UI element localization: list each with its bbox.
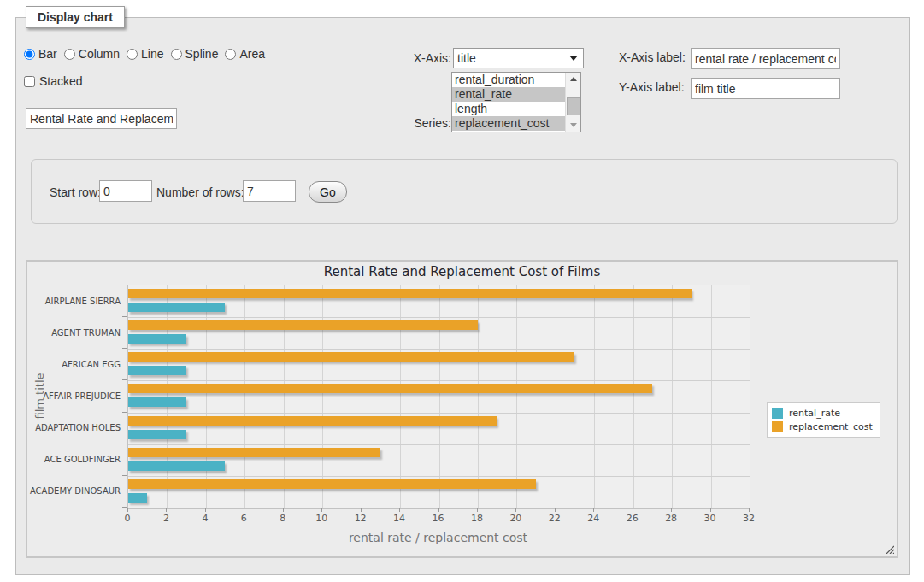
grid-line-v — [167, 285, 168, 508]
x-tick-mark — [205, 508, 206, 512]
x-axis-label-input[interactable] — [691, 48, 840, 69]
stacked-checkbox[interactable] — [24, 76, 35, 87]
bar-replacement_cost — [128, 289, 692, 298]
chart-type-radio-group: BarColumnLineSplineArea — [24, 47, 265, 61]
legend-item-replacement_cost: replacement_cost — [772, 420, 873, 433]
stacked-row: Stacked — [24, 74, 83, 88]
bar-replacement_cost — [128, 416, 497, 426]
bar-replacement_cost — [128, 479, 536, 489]
y-tick-mark — [122, 475, 127, 476]
x-tick-label: 22 — [542, 513, 568, 524]
x-tick-mark — [399, 508, 400, 512]
legend-label: replacement_cost — [789, 421, 873, 432]
x-tick-label: 10 — [309, 513, 334, 524]
x-tick-mark — [593, 508, 594, 512]
x-tick-label: 8 — [270, 513, 296, 524]
y-tick-mark — [122, 285, 127, 285]
chart-title-input[interactable] — [26, 108, 177, 129]
chart-type-label: Column — [79, 47, 120, 61]
chart-type-radio-line[interactable] — [127, 49, 138, 60]
grid-line-h — [128, 413, 750, 414]
category-label: ACADEMY DINOSAUR — [26, 486, 121, 496]
chart-type-label: Spline — [185, 47, 219, 61]
chart-type-option-line: Line — [127, 47, 163, 61]
x-tick-label: 30 — [697, 513, 723, 524]
x-tick-label: 28 — [658, 513, 684, 524]
chart-type-radio-spline[interactable] — [171, 49, 182, 60]
x-tick-mark — [166, 508, 167, 512]
x-tick-label: 32 — [736, 513, 762, 524]
start-row-input[interactable] — [99, 180, 152, 202]
y-axis-label-input[interactable] — [691, 78, 840, 99]
series-options: rental_durationrental_ratelengthreplacem… — [452, 73, 580, 131]
x-tick-label: 12 — [348, 513, 374, 524]
x-tick-mark — [127, 508, 128, 512]
x-axis-select-label: X-Axis: — [391, 51, 451, 65]
series-option-length[interactable]: length — [452, 102, 568, 116]
chart-container: Rental Rate and Replacement Cost of Film… — [26, 260, 898, 558]
chart-type-radio-column[interactable] — [64, 49, 75, 60]
panel-title: Display chart — [26, 6, 125, 28]
grid-line-v — [594, 285, 595, 508]
x-tick-label: 24 — [580, 513, 606, 524]
grid-line-v — [672, 285, 673, 508]
start-row-label: Start row: — [50, 185, 101, 199]
bar-rental_rate — [128, 366, 186, 375]
y-tick-mark — [122, 444, 127, 444]
x-tick-mark — [244, 508, 244, 512]
bar-rental_rate — [128, 334, 186, 344]
y-tick-mark — [122, 348, 127, 349]
grid-line-v — [322, 285, 323, 508]
legend-swatch — [772, 421, 783, 432]
x-axis-select[interactable]: title — [453, 48, 584, 68]
x-tick-mark — [321, 508, 322, 512]
series-option-replacement_cost[interactable]: replacement_cost — [452, 116, 568, 131]
scrollbar-thumb[interactable] — [567, 97, 580, 115]
grid-line-v — [633, 285, 634, 508]
chart-type-label: Line — [141, 47, 163, 61]
x-tick-label: 20 — [503, 513, 528, 524]
chart-legend: rental_ratereplacement_cost — [767, 402, 880, 438]
x-tick-mark — [283, 508, 284, 512]
x-tick-mark — [361, 508, 362, 512]
x-tick-mark — [749, 508, 750, 512]
chart-type-radio-bar[interactable] — [24, 49, 35, 60]
bar-rental_rate — [128, 430, 186, 439]
series-scrollbar[interactable] — [565, 73, 580, 132]
num-rows-input[interactable] — [243, 180, 296, 202]
category-label: ACE GOLDFINGER — [26, 455, 121, 464]
go-button[interactable]: Go — [309, 181, 347, 203]
bar-replacement_cost — [128, 352, 574, 362]
chart-title: Rental Rate and Replacement Cost of Film… — [27, 264, 897, 279]
x-tick-label: 4 — [192, 513, 218, 524]
scrollbar-up-button[interactable] — [566, 73, 580, 85]
chart-type-option-area: Area — [225, 47, 265, 61]
category-label: AIRPLANE SIERRA — [26, 297, 121, 306]
series-option-rental_rate[interactable]: rental_rate — [452, 87, 568, 102]
scrollbar-up-icon — [570, 77, 577, 81]
grid-line-v — [516, 285, 517, 508]
app-canvas: Display chart BarColumnLineSplineArea St… — [0, 0, 924, 582]
series-listbox[interactable]: rental_durationrental_ratelengthreplacem… — [451, 72, 581, 132]
chart-type-radio-area[interactable] — [225, 49, 236, 60]
grid-line-v — [478, 285, 479, 508]
grid-line-v — [206, 285, 207, 508]
scrollbar-down-button[interactable] — [566, 119, 580, 132]
bar-replacement_cost — [128, 384, 652, 393]
grid-line-h — [128, 349, 750, 350]
grid-line-v — [400, 285, 401, 508]
x-tick-label: 14 — [386, 513, 412, 524]
chart-type-option-column: Column — [64, 47, 120, 61]
grid-line-v — [244, 285, 245, 508]
bar-rental_rate — [128, 493, 147, 503]
grid-line-v — [556, 285, 556, 508]
chart-type-label: Area — [239, 47, 265, 61]
legend-item-rental_rate: rental_rate — [772, 406, 873, 420]
series-option-rental_duration[interactable]: rental_duration — [452, 73, 568, 87]
y-tick-mark — [122, 316, 127, 317]
scrollbar-down-icon — [570, 123, 577, 127]
x-tick-mark — [671, 508, 672, 512]
resize-grip-icon[interactable] — [886, 545, 894, 554]
plot-area — [127, 285, 750, 509]
x-tick-label: 6 — [231, 513, 256, 524]
